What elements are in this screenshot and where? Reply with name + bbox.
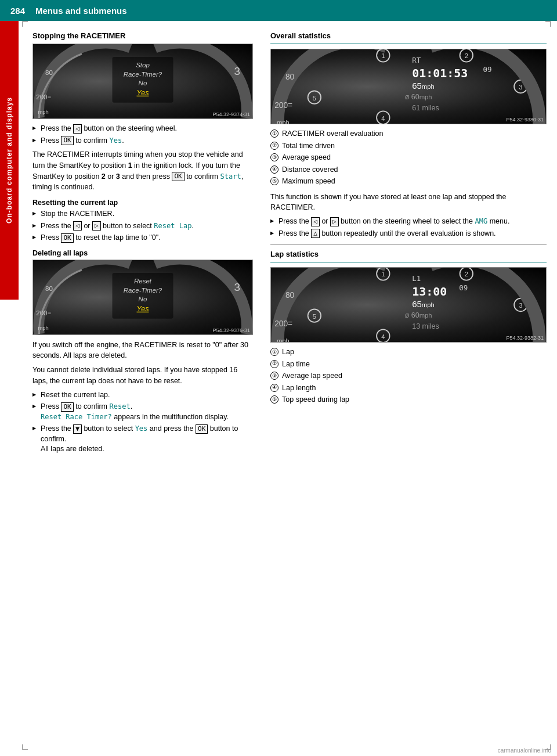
svg-text:1: 1 [381, 52, 385, 59]
button-ok-icon: OK [61, 136, 73, 145]
lap-image-caption: P54.32-9382-31 [506, 335, 544, 341]
gauge-svg2: 80 200= mph Reset Race-Timer? No Yes 3 [33, 260, 252, 334]
svg-text:L1: L1 [412, 274, 421, 283]
right-column: Overall statistics 80 200= mph 1 2 3 [270, 31, 547, 458]
bullet-item: Press the ◁ button on the steering wheel… [32, 124, 253, 134]
svg-text:3: 3 [234, 66, 241, 78]
left-column: Stopping the RACETIMER 80 200= mph Stop [32, 31, 253, 458]
svg-text:ø 60mph: ø 60mph [405, 311, 432, 319]
overall-image-caption: P54.32-9380-31 [506, 117, 544, 123]
svg-text:13:00: 13:00 [412, 285, 447, 298]
lap-stats-heading: Lap statistics [270, 250, 547, 258]
watermark: carmanualonline.info [498, 747, 551, 754]
svg-text:Race-Timer?: Race-Timer? [124, 286, 162, 293]
stat-item-4: ④Distance covered [270, 165, 547, 175]
right-btn: ▷ [92, 221, 101, 231]
deleting-bullets: Reset the current lap. Press OK to confi… [32, 390, 253, 455]
svg-text:80: 80 [45, 285, 53, 292]
overall-stats-divider [270, 44, 547, 44]
overall-stats-para: This function is shown if you have store… [270, 192, 547, 214]
svg-text:2: 2 [465, 271, 468, 278]
down-btn: ▼ [73, 424, 82, 434]
svg-text:3: 3 [519, 302, 522, 309]
svg-text:65mph: 65mph [412, 81, 434, 91]
svg-text:4: 4 [381, 333, 385, 340]
svg-text:61 miles: 61 miles [412, 104, 439, 112]
overall-stats-image: 80 200= mph 1 2 3 4 5 RT [270, 49, 547, 124]
svg-text:65mph: 65mph [412, 299, 434, 309]
lap-gauge-svg: 80 200= mph 1 2 3 4 5 L1 [271, 268, 546, 342]
corner-decoration-tl [22, 21, 28, 27]
corner-decoration-tr [545, 21, 551, 27]
svg-text:2: 2 [465, 52, 468, 59]
ok-btn2: OK [61, 402, 73, 412]
image1-caption: P54.32-9374-31 [212, 111, 250, 117]
svg-text:200=: 200= [36, 94, 51, 101]
stop-racetimer-image: 80 200= mph Stop Race-Timer? No Yes 3 P5… [32, 44, 253, 119]
bullet-item: Press the △ button repeatedly until the … [270, 229, 547, 239]
svg-text:ø 60mph: ø 60mph [405, 93, 432, 101]
ok-btn: OK [61, 233, 73, 243]
bullet-item: Reset the current lap. [32, 390, 253, 401]
svg-text:09: 09 [483, 65, 491, 74]
svg-text:13 miles: 13 miles [412, 322, 439, 330]
svg-text:Stop: Stop [136, 62, 150, 69]
reset-lap-text: Reset Lap [154, 222, 191, 230]
svg-text:01:01:53: 01:01:53 [412, 66, 468, 80]
svg-text:RT: RT [412, 56, 421, 64]
bullet-item: Press the ◁ or ▷ button to select Reset … [32, 221, 253, 232]
side-tab: On-board computer and displays [0, 21, 19, 300]
page-title: Menus and submenus [35, 6, 127, 16]
lap-stat-item-3: ③Average lap speed [270, 371, 547, 381]
lap-stats-list: ①Lap ②Lap time ③Average lap speed ④Lap l… [270, 347, 547, 405]
lap-stats-divider [270, 244, 547, 245]
svg-text:mph: mph [38, 109, 48, 115]
bullet-item: Stop the RACETIMER. [32, 209, 253, 219]
header-bar: 284 Menus and submenus [0, 0, 557, 21]
deleting-para1: If you switch off the engine, the RACETI… [32, 340, 253, 362]
deleting-para2: You cannot delete individual stored laps… [32, 365, 253, 387]
svg-text:3: 3 [519, 84, 522, 91]
stopping-heading: Stopping the RACETIMER [32, 31, 253, 40]
page-number: 284 [10, 6, 25, 16]
resetting-bullets: Stop the RACETIMER. Press the ◁ or ▷ but… [32, 209, 253, 243]
bullet-item: Press the ◁ or ▷ button on the steering … [270, 217, 547, 227]
stopping-paragraph: The RACETIMER interrupts timing when you… [32, 149, 253, 193]
reset-text: Reset [110, 402, 131, 411]
overall-stats-heading: Overall statistics [270, 31, 547, 40]
svg-text:Yes: Yes [136, 305, 149, 313]
svg-text:Race-Timer?: Race-Timer? [124, 71, 162, 78]
corner-decoration-bl [22, 744, 28, 750]
stat-item-3: ③Average speed [270, 153, 547, 163]
bullet-item: Press the ▼ button to select Yes and pre… [32, 424, 253, 455]
svg-text:No: No [139, 296, 147, 303]
side-tab-label: On-board computer and displays [5, 97, 13, 224]
yes-text: Yes [135, 424, 148, 433]
svg-text:80: 80 [45, 70, 53, 77]
svg-text:5: 5 [313, 313, 316, 320]
svg-text:Reset: Reset [134, 277, 152, 284]
ok-btn3: OK [196, 424, 208, 434]
overall-stats-list: ①RACETIMER overall evaluation ②Total tim… [270, 129, 547, 187]
bullet-item: Press OK to confirm Yes. [32, 136, 253, 146]
stat-item-1: ①RACETIMER overall evaluation [270, 129, 547, 139]
lap-stats-divider2 [270, 262, 547, 262]
svg-text:80: 80 [285, 73, 295, 81]
overall-gauge-svg: 80 200= mph 1 2 3 4 5 RT [271, 49, 546, 124]
svg-text:Yes: Yes [136, 89, 149, 97]
amg-text: AMG [475, 217, 487, 225]
lap-stat-item-1: ①Lap [270, 347, 547, 358]
svg-text:200=: 200= [274, 319, 292, 328]
left-btn: ◁ [73, 221, 82, 231]
start-text: Start [220, 172, 241, 181]
overall-stats-bullets: Press the ◁ or ▷ button on the steering … [270, 217, 547, 239]
stopping-bullets: Press the ◁ button on the steering wheel… [32, 124, 253, 146]
ok-button-inline: OK [172, 172, 184, 181]
resetting-heading: Resetting the current lap [32, 199, 253, 207]
lap-stat-item-2: ②Lap time [270, 359, 547, 370]
gauge-svg: 80 200= mph Stop Race-Timer? No Yes 3 [33, 44, 252, 118]
svg-text:09: 09 [459, 283, 468, 292]
left-btn2: ◁ [311, 217, 320, 226]
svg-text:mph: mph [277, 119, 290, 124]
stat-item-5: ⑤Maximum speed [270, 177, 547, 187]
